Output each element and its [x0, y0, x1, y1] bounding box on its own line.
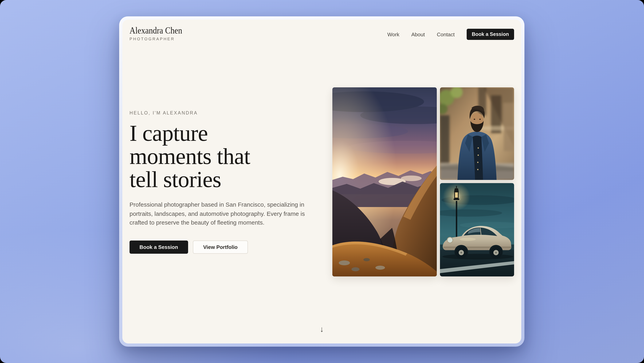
site-window-card: Alexandra Chen PHOTOGRAPHER Work About C… [119, 16, 524, 347]
hero-view-portfolio-button[interactable]: View Portfolio [193, 240, 248, 254]
hero-heading: I capture moments that tell stories [130, 122, 321, 191]
nav-book-session-button[interactable]: Book a Session [467, 29, 514, 40]
site-page: Alexandra Chen PHOTOGRAPHER Work About C… [122, 20, 521, 343]
classic-car-illustration [440, 183, 514, 276]
arrow-down-icon: ↓ [320, 325, 324, 333]
heading-line-1: I capture [130, 122, 321, 145]
description-line-3: crafted to preserve the beauty of fleeti… [130, 218, 321, 227]
gallery-photo-classic-car [440, 183, 514, 276]
brand-logo[interactable]: Alexandra Chen PHOTOGRAPHER [130, 26, 189, 41]
mountain-sunset-illustration [332, 87, 437, 276]
nav-link-work[interactable]: Work [387, 31, 399, 37]
hero-text-block: HELLO, I'M ALEXANDRA I capture moments t… [130, 111, 321, 254]
brand-tagline: PHOTOGRAPHER [130, 37, 189, 41]
scroll-down-indicator[interactable]: ↓ [320, 325, 324, 333]
hero-photo-grid [332, 87, 514, 276]
heading-line-2: moments that [130, 145, 321, 168]
man-portrait-illustration [440, 87, 514, 180]
description-line-1: Professional photographer based in San F… [130, 200, 321, 209]
main-nav: Work About Contact Book a Session [387, 29, 514, 40]
description-line-2: portraits, landscapes, and automotive ph… [130, 209, 321, 218]
brand-name: Alexandra Chen [130, 26, 182, 36]
gallery-photo-man-portrait [440, 87, 514, 180]
hero-description: Professional photographer based in San F… [130, 200, 321, 227]
site-header: Alexandra Chen PHOTOGRAPHER Work About C… [122, 20, 521, 41]
hero-book-session-button[interactable]: Book a Session [130, 240, 188, 254]
heading-line-3: tell stories [130, 168, 321, 191]
hero-eyebrow: HELLO, I'M ALEXANDRA [130, 111, 321, 115]
screen-scaler: Alexandra Chen PHOTOGRAPHER Work About C… [0, 0, 644, 363]
nav-link-about[interactable]: About [411, 31, 425, 37]
hero-cta-row: Book a Session View Portfolio [130, 240, 321, 254]
gallery-photo-mountain-sunset [332, 87, 437, 276]
nav-link-contact[interactable]: Contact [437, 31, 455, 37]
desktop-background: Alexandra Chen PHOTOGRAPHER Work About C… [0, 0, 644, 363]
